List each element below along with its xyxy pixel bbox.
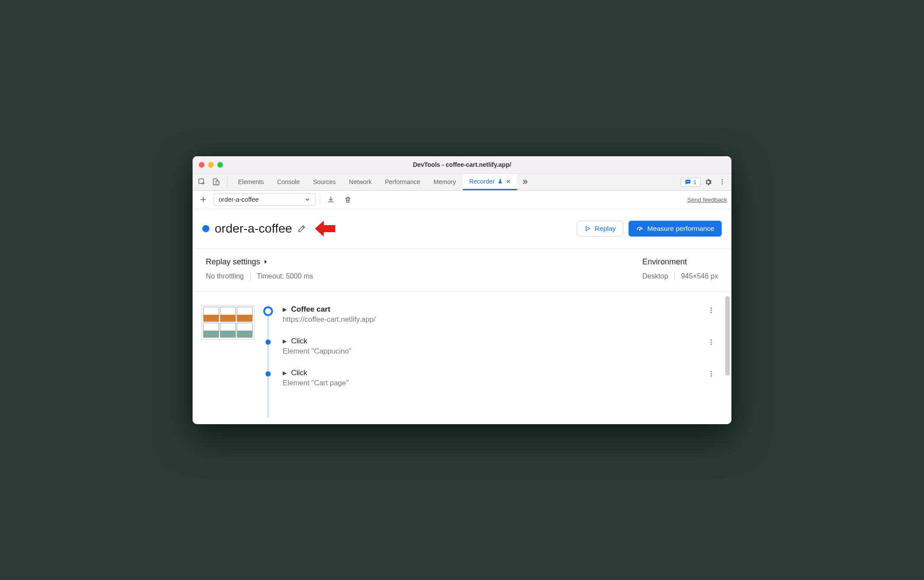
tab-console[interactable]: Console — [271, 173, 306, 190]
edit-name-button[interactable] — [297, 224, 306, 233]
step-more-button[interactable] — [708, 339, 718, 346]
measure-label: Measure performance — [647, 225, 714, 233]
svg-point-10 — [711, 312, 712, 313]
recording-header: order-a-coffee Replay Measure performanc… — [193, 209, 731, 249]
svg-point-12 — [711, 341, 712, 343]
close-tab-icon[interactable] — [506, 179, 511, 184]
environment-heading: Environment — [642, 257, 718, 267]
step-item[interactable]: ▶ Coffee cart https://coffee-cart.netlif… — [263, 305, 723, 324]
step-title: Click — [291, 337, 307, 346]
flask-icon — [497, 178, 503, 184]
step-node-icon — [263, 306, 273, 316]
svg-point-9 — [711, 309, 712, 311]
device-toolbar-icon[interactable] — [209, 175, 223, 188]
recording-select[interactable]: order-a-coffee — [214, 193, 315, 206]
window-title: DevTools - coffee-cart.netlify.app/ — [193, 161, 731, 168]
tab-memory[interactable]: Memory — [428, 173, 462, 190]
divider — [227, 177, 227, 187]
issues-badge[interactable]: 1 — [681, 177, 701, 187]
step-item[interactable]: ▶ Click Element "Cappucino" — [263, 337, 723, 355]
step-item[interactable]: ▶ Click Element "Cart page" — [263, 369, 723, 387]
step-subtitle: Element "Cart page" — [283, 379, 723, 387]
step-thumbnail — [201, 305, 254, 339]
svg-point-13 — [711, 343, 712, 345]
replay-label: Replay — [595, 225, 616, 233]
window-controls — [199, 162, 223, 168]
svg-rect-3 — [686, 181, 689, 181]
maximize-window-button[interactable] — [217, 162, 223, 168]
step-more-button[interactable] — [708, 307, 718, 314]
svg-point-4 — [722, 179, 723, 181]
steps-timeline: ▶ Coffee cart https://coffee-cart.netlif… — [263, 305, 723, 400]
tab-elements[interactable]: Elements — [232, 173, 270, 190]
feedback-link[interactable]: Send feedback — [687, 196, 727, 203]
replay-settings-toggle[interactable]: Replay settings — [206, 257, 313, 267]
kebab-menu-icon[interactable] — [716, 175, 729, 188]
delete-button[interactable] — [341, 193, 354, 206]
step-more-button[interactable] — [708, 370, 718, 377]
svg-rect-2 — [216, 181, 219, 185]
inspect-element-icon[interactable] — [195, 175, 208, 188]
recorder-toolbar: order-a-coffee Send feedback — [193, 191, 731, 209]
settings-icon[interactable] — [701, 175, 715, 188]
step-subtitle: https://coffee-cart.netlify.app/ — [283, 315, 723, 324]
chevron-right-icon — [263, 259, 268, 264]
svg-point-11 — [711, 339, 712, 341]
timeline-line — [267, 309, 269, 418]
divider — [250, 272, 250, 281]
chat-icon — [685, 179, 691, 185]
gauge-icon — [636, 225, 644, 232]
settings-row: Replay settings No throttling Timeout: 5… — [193, 249, 731, 292]
new-recording-button[interactable] — [197, 193, 209, 206]
throttling-value: No throttling — [206, 272, 244, 280]
step-subtitle: Element "Cappucino" — [283, 347, 723, 355]
svg-point-14 — [711, 371, 712, 373]
divider — [674, 272, 675, 281]
recording-name: order-a-coffee — [215, 222, 292, 236]
chevron-right-icon: ▶ — [283, 338, 287, 344]
devtools-window: DevTools - coffee-cart.netlify.app/ Elem… — [193, 156, 731, 424]
tab-network[interactable]: Network — [343, 173, 378, 190]
play-icon — [584, 225, 591, 232]
scrollbar[interactable] — [725, 296, 730, 376]
minimize-window-button[interactable] — [208, 162, 214, 168]
titlebar: DevTools - coffee-cart.netlify.app/ — [193, 156, 731, 174]
svg-point-7 — [640, 229, 640, 230]
svg-point-8 — [711, 308, 712, 309]
recording-select-value: order-a-coffee — [219, 196, 259, 203]
tab-label: Recorder — [469, 178, 495, 185]
close-window-button[interactable] — [199, 162, 204, 168]
svg-point-6 — [722, 183, 723, 185]
divider — [320, 195, 320, 204]
svg-point-15 — [711, 373, 712, 374]
replay-settings-label: Replay settings — [206, 257, 260, 267]
devtools-tabbar: Elements Console Sources Network Perform… — [193, 174, 731, 191]
step-node-icon — [265, 371, 271, 377]
replay-button[interactable]: Replay — [577, 221, 623, 237]
svg-point-16 — [711, 375, 712, 377]
device-value: Desktop — [642, 272, 668, 280]
more-tabs-icon[interactable] — [518, 175, 531, 188]
svg-point-5 — [722, 181, 723, 183]
viewport-value: 945×546 px — [681, 272, 718, 280]
tab-performance[interactable]: Performance — [379, 173, 426, 190]
step-title: Click — [291, 369, 307, 377]
export-button[interactable] — [325, 193, 337, 206]
step-node-icon — [265, 339, 271, 345]
chevron-right-icon: ▶ — [283, 306, 287, 313]
status-dot — [202, 225, 209, 232]
step-title: Coffee cart — [291, 305, 330, 314]
chevron-down-icon — [304, 196, 311, 203]
arrow-annotation-icon — [314, 220, 336, 237]
issues-count: 1 — [693, 179, 697, 185]
chevron-right-icon: ▶ — [283, 370, 287, 376]
timeout-value: Timeout: 5000 ms — [257, 272, 313, 280]
tab-recorder[interactable]: Recorder — [463, 173, 517, 190]
measure-performance-button[interactable]: Measure performance — [629, 221, 722, 237]
tab-sources[interactable]: Sources — [307, 173, 342, 190]
steps-area: ▶ Coffee cart https://coffee-cart.netlif… — [193, 292, 731, 424]
